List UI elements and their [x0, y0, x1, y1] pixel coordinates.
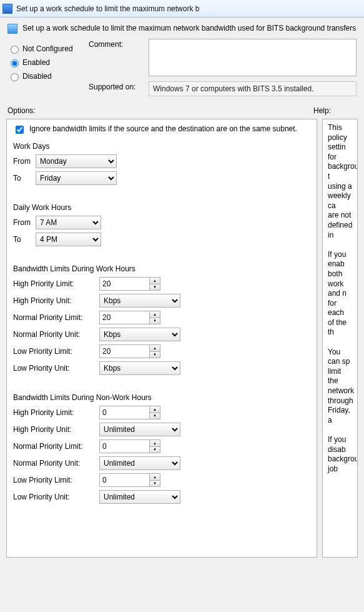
- nwl-hp-unit-label: High Priority Unit:: [13, 425, 94, 434]
- work-limits-title: Bandwidth Limits During Work Hours: [13, 264, 310, 273]
- daily-hours-from-label: From: [13, 218, 31, 227]
- nwl-lp-unit-select[interactable]: Unlimited: [99, 490, 180, 504]
- daily-hours-title: Daily Work Hours: [13, 203, 310, 212]
- nwl-lp-unit-label: Low Priority Unit:: [13, 493, 94, 501]
- wl-hp-unit-label: High Priority Unit:: [13, 296, 94, 305]
- spinner-arrows[interactable]: ▲▼: [149, 311, 160, 324]
- window-title: Set up a work schedule to limit the maxi…: [16, 4, 199, 13]
- wl-hp-limit-label: High Priority Limit:: [13, 279, 94, 288]
- nwl-lp-limit-label: Low Priority Limit:: [13, 476, 94, 484]
- nwl-np-limit-input[interactable]: [99, 439, 149, 453]
- wl-lp-limit-label: Low Priority Limit:: [13, 347, 94, 356]
- work-days-to-select[interactable]: Friday: [36, 171, 117, 185]
- nwl-np-unit-label: Normal Priority Unit:: [13, 459, 94, 468]
- radio-not-configured[interactable]: [11, 46, 19, 54]
- ignore-subnet-label: Ignore bandwidth limits if the source an…: [29, 124, 297, 133]
- help-panel: This policy settin for background t usin…: [322, 119, 358, 558]
- comment-label: Comment:: [89, 39, 145, 49]
- help-heading: Help:: [313, 106, 331, 115]
- nwl-hp-limit-label: High Priority Limit:: [13, 408, 94, 417]
- spinner-arrows[interactable]: ▲▼: [149, 277, 160, 291]
- nwl-hp-unit-select[interactable]: Unlimited: [99, 423, 180, 436]
- wl-np-limit-label: Normal Priority Limit:: [13, 313, 94, 322]
- supported-value: Windows 7 or computers with BITS 3.5 ins…: [149, 81, 357, 96]
- radio-disabled[interactable]: [11, 73, 19, 81]
- options-panel: Ignore bandwidth limits if the source an…: [6, 119, 317, 558]
- nwl-lp-limit-input[interactable]: [99, 473, 149, 487]
- spinner-arrows[interactable]: ▲▼: [149, 344, 160, 358]
- policy-title: Set up a work schedule to limit the maxi…: [22, 24, 356, 33]
- wl-lp-unit-label: Low Priority Unit:: [13, 364, 94, 373]
- radio-not-configured-label: Not Configured: [22, 44, 73, 53]
- nwl-np-limit-label: Normal Priority Limit:: [13, 442, 94, 451]
- titlebar: Set up a work schedule to limit the maxi…: [0, 0, 364, 18]
- nwl-np-unit-select[interactable]: Unlimited: [99, 456, 180, 470]
- nonwork-limits-title: Bandwidth Limits During Non-Work Hours: [13, 393, 310, 402]
- work-days-from-select[interactable]: Monday: [36, 154, 117, 168]
- ignore-subnet-checkbox[interactable]: [16, 126, 24, 134]
- daily-hours-to-select[interactable]: 4 PM: [36, 233, 101, 246]
- wl-np-unit-select[interactable]: Kbps: [99, 328, 180, 341]
- radio-disabled-label: Disabled: [22, 72, 52, 81]
- work-days-to-label: To: [13, 174, 31, 183]
- wl-np-limit-input[interactable]: [99, 311, 149, 324]
- comment-field[interactable]: [149, 39, 357, 76]
- daily-hours-to-label: To: [13, 235, 31, 244]
- wl-lp-limit-input[interactable]: [99, 344, 149, 358]
- radio-enabled-label: Enabled: [22, 58, 50, 67]
- wl-hp-unit-select[interactable]: Kbps: [99, 294, 180, 308]
- state-radio-group: Not Configured Enabled Disabled: [7, 39, 89, 96]
- wl-lp-unit-select[interactable]: Kbps: [99, 361, 180, 375]
- spinner-arrows[interactable]: ▲▼: [149, 406, 160, 419]
- radio-enabled[interactable]: [11, 59, 19, 68]
- options-heading: Options:: [7, 106, 313, 115]
- daily-hours-from-select[interactable]: 7 AM: [36, 216, 101, 229]
- nwl-hp-limit-input[interactable]: [99, 406, 149, 419]
- help-text: This policy settin for background t usin…: [328, 123, 352, 474]
- app-icon: [2, 4, 12, 14]
- policy-header: Set up a work schedule to limit the maxi…: [0, 18, 364, 36]
- supported-label: Supported on:: [89, 81, 145, 91]
- spinner-arrows[interactable]: ▲▼: [149, 473, 160, 487]
- spinner-arrows[interactable]: ▲▼: [149, 439, 160, 453]
- work-days-from-label: From: [13, 157, 31, 166]
- wl-hp-limit-input[interactable]: [99, 277, 149, 291]
- policy-icon: [7, 24, 17, 34]
- work-days-title: Work Days: [13, 142, 310, 151]
- wl-np-unit-label: Normal Priority Unit:: [13, 330, 94, 339]
